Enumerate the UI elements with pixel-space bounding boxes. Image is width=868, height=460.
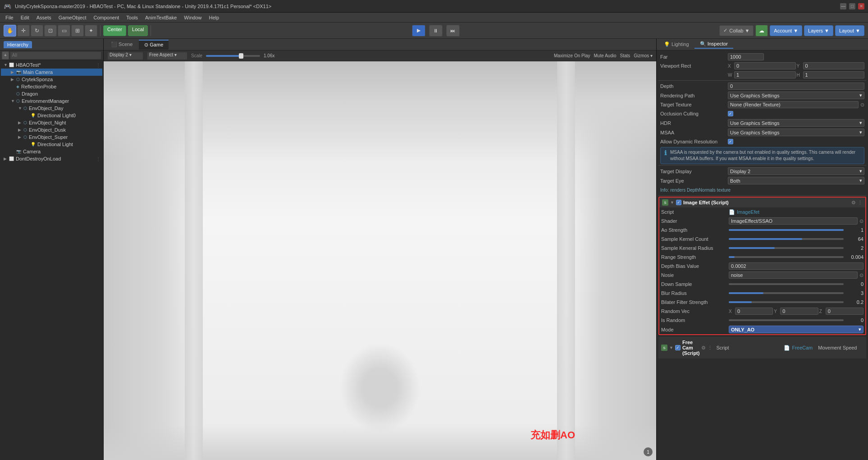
bilater-slider[interactable]: [729, 301, 844, 303]
collab-btn[interactable]: ✓ Collab ▼: [719, 25, 754, 36]
tree-item-envnight[interactable]: ▶ ⬡ EnvObject_Night: [1, 119, 102, 126]
tree-item-envday[interactable]: ▼ ⬡ EnvObject_Day: [1, 105, 102, 112]
range-strength-slider[interactable]: [729, 256, 844, 258]
hierarchy-tab[interactable]: Hierarchy: [4, 41, 32, 48]
ao-strength-slider[interactable]: [729, 229, 844, 231]
maximize-on-play[interactable]: Maximize On Play: [554, 53, 590, 58]
shader-dropdown[interactable]: ImageEffect/SSAO: [729, 217, 858, 225]
sample-keneral-slider[interactable]: [729, 247, 844, 249]
account-btn[interactable]: Account ▼: [770, 25, 802, 36]
menu-assets[interactable]: Assets: [33, 14, 55, 21]
aspect-select[interactable]: Free Aspect ▾: [147, 52, 187, 60]
menu-file[interactable]: File: [2, 14, 17, 21]
maximize-btn[interactable]: □: [849, 3, 855, 9]
menu-tools[interactable]: Tools: [123, 14, 142, 21]
blur-radius-slider[interactable]: [729, 292, 844, 294]
nosie-pick-icon[interactable]: ⊙: [859, 272, 863, 278]
menu-animtextbake[interactable]: AnimTextBake: [142, 14, 180, 21]
menu-help[interactable]: Help: [205, 14, 223, 21]
display-select[interactable]: Display 2 ▾: [107, 52, 143, 60]
vp-w-input[interactable]: [734, 71, 796, 78]
gizmos-btn[interactable]: Gizmos ▾: [634, 53, 653, 58]
dynamic-res-checkbox[interactable]: ✓: [728, 139, 733, 144]
rv-z-input[interactable]: [826, 308, 863, 315]
sample-kernel-slider[interactable]: [729, 238, 844, 240]
free-cam-settings-icon[interactable]: ⚙: [701, 345, 706, 351]
rotate-tool[interactable]: ↻: [31, 25, 43, 37]
vp-y-input[interactable]: [803, 62, 865, 69]
move-tool[interactable]: ✛: [17, 25, 30, 37]
tab-lighting[interactable]: 💡 Lighting: [658, 41, 694, 48]
tree-item-cryteksponza[interactable]: ▶ ⬡ CrytekSponza: [1, 76, 102, 83]
msaa-dropdown[interactable]: Use Graphics Settings ▾: [728, 129, 864, 136]
menu-window[interactable]: Window: [180, 14, 205, 21]
hierarchy-content[interactable]: ▼ ⬜ HBAOTest* ⋮ ▶ 📷 Main Camera ▶ ⬡ Cryt…: [0, 60, 103, 460]
scale-slider[interactable]: [206, 55, 260, 57]
target-texture-dropdown[interactable]: None (Render Texture): [728, 101, 859, 108]
tree-item-envdusk[interactable]: ▶ ⬡ EnvObject_Dusk: [1, 126, 102, 133]
stats-btn[interactable]: Stats: [620, 53, 630, 58]
tree-item-camera[interactable]: 📷 Camera: [1, 148, 102, 155]
rv-y-input[interactable]: [780, 308, 818, 315]
target-eye-dropdown[interactable]: Both ▾: [728, 177, 864, 184]
tree-item-dirlight0[interactable]: 💡 Directional Light0: [1, 112, 102, 119]
tree-item-dirlight[interactable]: 💡 Directional Light: [1, 141, 102, 148]
free-cam-more-icon[interactable]: ⋮: [708, 345, 713, 351]
cloud-btn[interactable]: ☁: [755, 25, 768, 37]
image-effet-header[interactable]: S ▼ ✓ Image Effet (Script) ⚙ ⋮: [659, 198, 865, 207]
image-effet-enabled[interactable]: ✓: [676, 200, 681, 205]
play-btn[interactable]: ▶: [412, 25, 425, 37]
is-random-slider[interactable]: [729, 319, 844, 321]
multi-tool[interactable]: ⊞: [71, 25, 84, 37]
tree-item-envsuper[interactable]: ▶ ⬡ EnvObject_Super: [1, 133, 102, 141]
hierarchy-search[interactable]: [10, 51, 101, 60]
far-input[interactable]: [728, 53, 764, 60]
depth-input[interactable]: [728, 83, 864, 90]
tree-item-hbaotest[interactable]: ▼ ⬜ HBAOTest* ⋮: [1, 61, 102, 69]
target-display-dropdown[interactable]: Display 2 ▾: [728, 167, 864, 175]
tab-scene[interactable]: ⬛ Scene: [105, 40, 138, 50]
tab-inspector[interactable]: 🔍 Inspector: [694, 40, 733, 49]
tab-game[interactable]: ⊙ Game: [139, 40, 169, 50]
rv-x-input[interactable]: [735, 308, 773, 315]
mute-audio[interactable]: Mute Audio: [594, 53, 616, 58]
pivot-btn[interactable]: Center: [103, 25, 126, 36]
menu-gameobject[interactable]: GameObject: [55, 14, 90, 21]
tree-item-maincamera[interactable]: ▶ 📷 Main Camera: [1, 69, 102, 76]
vp-x-input[interactable]: [734, 62, 796, 69]
rendering-path-dropdown[interactable]: Use Graphics Settings ▾: [728, 92, 864, 99]
more-hbaotest[interactable]: ⋮: [96, 63, 101, 68]
layers-btn[interactable]: Layers ▼: [804, 25, 833, 36]
more-icon[interactable]: ⋮: [858, 200, 863, 206]
shader-pick-icon[interactable]: ⊙: [859, 218, 863, 224]
target-texture-pick[interactable]: ⊙: [860, 102, 864, 108]
tree-item-reflectionprobe[interactable]: ◈ ReflectionProbe: [1, 83, 102, 90]
hand-tool[interactable]: ✋: [4, 25, 16, 37]
tree-item-dontdestroy[interactable]: ▶ ⬜ DontDestroyOnLoad ⋮: [1, 155, 102, 162]
mode-dropdown[interactable]: ONLY_AO ▾: [729, 326, 863, 333]
vp-h-input[interactable]: [803, 71, 865, 78]
hdr-dropdown[interactable]: Use Graphics Settings ▾: [728, 119, 864, 127]
layout-btn[interactable]: Layout ▼: [835, 25, 864, 36]
custom-tool[interactable]: ✦: [85, 25, 97, 37]
free-cam-header[interactable]: S ▼ ✓ Free Cam (Script) ⚙ ⋮: [661, 338, 713, 357]
nosie-dropdown[interactable]: noise: [729, 271, 858, 279]
hierarchy-add-btn[interactable]: +: [2, 51, 9, 60]
down-sample-slider[interactable]: [729, 283, 844, 285]
pause-btn[interactable]: ⏸: [429, 25, 443, 37]
scale-tool[interactable]: ⊡: [44, 25, 57, 37]
tree-item-envmanager[interactable]: ▼ ⬡ EnvironmentManager: [1, 97, 102, 105]
tree-item-dragon[interactable]: ⬡ Dragon: [1, 90, 102, 97]
minimize-btn[interactable]: —: [840, 3, 846, 9]
step-btn[interactable]: ⏭: [446, 25, 460, 37]
free-cam-enabled[interactable]: ✓: [675, 345, 681, 350]
close-btn[interactable]: ✕: [858, 3, 864, 9]
settings-icon[interactable]: ⚙: [851, 200, 856, 206]
occlusion-checkbox[interactable]: ✓: [728, 111, 733, 116]
menu-edit[interactable]: Edit: [17, 14, 33, 21]
depth-bias-input[interactable]: [729, 262, 863, 270]
rect-tool[interactable]: ▭: [58, 25, 70, 37]
more-dontdestroy[interactable]: ⋮: [96, 156, 101, 161]
menu-component[interactable]: Component: [90, 14, 123, 21]
space-btn[interactable]: Local: [128, 25, 148, 36]
